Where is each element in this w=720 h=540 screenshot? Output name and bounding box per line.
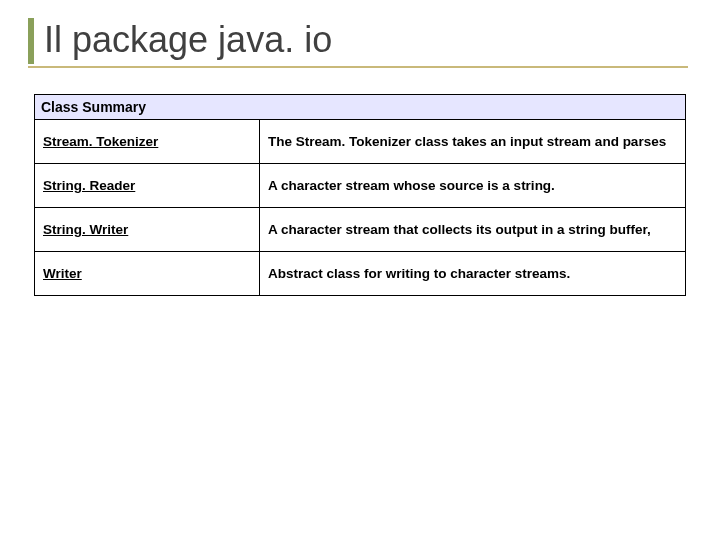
title-block: Il package java. io [28,18,688,68]
table-row: String. Reader A character stream whose … [35,164,686,208]
table-row: String. Writer A character stream that c… [35,208,686,252]
class-description: Abstract class for writing to character … [260,252,686,296]
title-accent [28,18,34,64]
table-row: Stream. Tokenizer The Stream. Tokenizer … [35,120,686,164]
title-underline [28,66,688,68]
class-link[interactable]: Writer [43,266,82,281]
class-link[interactable]: Stream. Tokenizer [43,134,158,149]
table-header: Class Summary [35,95,686,120]
class-description: A character stream whose source is a str… [260,164,686,208]
class-link[interactable]: String. Reader [43,178,135,193]
class-description: The Stream. Tokenizer class takes an inp… [260,120,686,164]
page-title: Il package java. io [44,18,332,64]
class-description: A character stream that collects its out… [260,208,686,252]
slide: Il package java. io Class Summary Stream… [0,0,720,540]
class-summary-table: Class Summary Stream. Tokenizer The Stre… [34,94,686,296]
class-link[interactable]: String. Writer [43,222,128,237]
title-bar: Il package java. io [28,18,688,64]
table-row: Writer Abstract class for writing to cha… [35,252,686,296]
